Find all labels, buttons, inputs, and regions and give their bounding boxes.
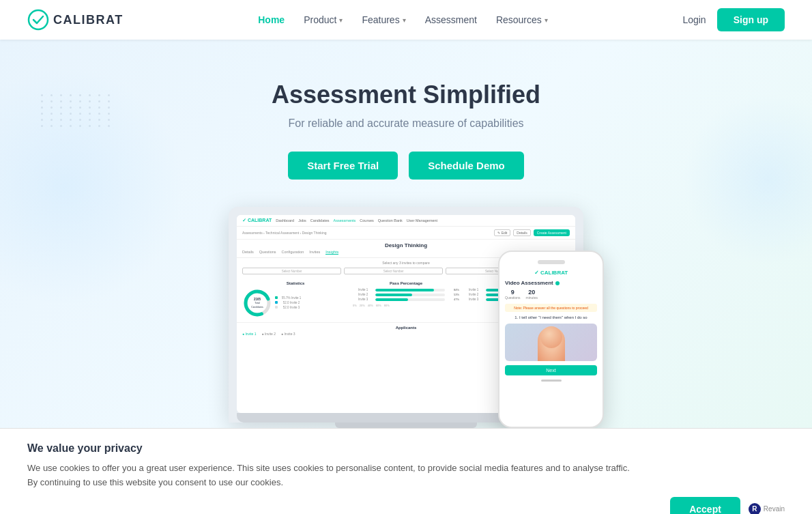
pass-percentage-section: Pass Percentage Invite 1 84% Invite 2 53…: [353, 281, 459, 318]
start-free-trial-button[interactable]: Start Free Trial: [288, 152, 398, 180]
brand-name: CALIBRAT: [53, 13, 124, 27]
phone-video-placeholder: [505, 324, 597, 361]
signup-button[interactable]: Sign up: [717, 8, 785, 31]
accept-button[interactable]: Accept: [670, 497, 740, 514]
cookie-footer: Accept R Revain: [27, 497, 785, 514]
chevron-down-icon: ▾: [403, 16, 406, 24]
laptop-stand: [335, 423, 477, 428]
phone-alert: Note: Please answer all the questions to…: [505, 304, 597, 312]
cookie-title: We value your privacy: [27, 442, 785, 455]
phone-stats: 9 Questions 20 minutes: [505, 289, 597, 300]
dash-page-title: Design Thinking: [237, 240, 575, 250]
nav-assessment[interactable]: Assessment: [425, 14, 477, 25]
login-button[interactable]: Login: [682, 14, 706, 25]
cookie-banner: We value your privacy We use cookies to …: [0, 428, 812, 514]
chevron-down-icon: ▾: [545, 16, 548, 24]
chevron-down-icon: ▾: [339, 16, 343, 24]
dashboard-breadcrumb: Assessments › Technical Assessment › Des…: [237, 227, 575, 240]
hero-section: Assessment Simplified For reliable and a…: [0, 40, 812, 428]
dash-logo: ✓ CALIBRAT: [242, 218, 272, 223]
hero-buttons: Start Free Trial Schedule Demo: [14, 152, 798, 180]
nav-product[interactable]: Product ▾: [304, 14, 343, 25]
phone-status-badge: [555, 281, 560, 285]
navbar: CALIBRAT Home Product ▾ Features ▾ Asses…: [0, 0, 812, 40]
statistics-section: Statistics 2165Total Candidates: [242, 281, 349, 318]
revain-badge: R Revain: [749, 503, 785, 514]
hero-subtitle: For reliable and accurate measure of cap…: [14, 117, 798, 130]
hero-title: Assessment Simplified: [14, 81, 798, 109]
revain-icon: R: [749, 503, 761, 514]
svg-point-0: [29, 10, 48, 29]
dashboard-nav: ✓ CALIBRAT Dashboard Jobs Candidates Ass…: [237, 215, 575, 227]
mockup-area: ✓ CALIBRAT Dashboard Jobs Candidates Ass…: [14, 207, 798, 428]
nav-actions: Login Sign up: [682, 8, 785, 31]
stat-donut: 2165Total Candidates: [242, 288, 272, 318]
phone-logo: ✓ CALIBRAT: [505, 270, 597, 276]
phone-next-button[interactable]: Next: [505, 365, 597, 375]
phone-question: 1. I tell other "I need them" when I do …: [505, 315, 597, 319]
nav-home[interactable]: Home: [258, 14, 285, 25]
logo-icon: [27, 9, 49, 31]
phone-notch: [538, 260, 565, 264]
phone-body: ✓ CALIBRAT Video Assessment 9 Questions: [498, 251, 604, 428]
nav-links: Home Product ▾ Features ▾ Assessment Res…: [258, 14, 548, 25]
logo[interactable]: CALIBRAT: [27, 9, 124, 31]
phone-assessment-title: Video Assessment: [505, 280, 597, 286]
cookie-text: We use cookies to offer you a great user…: [27, 461, 641, 490]
phone-mockup: ✓ CALIBRAT Video Assessment 9 Questions: [498, 251, 604, 428]
laptop-mockup: ✓ CALIBRAT Dashboard Jobs Candidates Ass…: [229, 207, 583, 428]
phone-home-indicator: [541, 380, 562, 382]
nav-features[interactable]: Features ▾: [362, 14, 405, 25]
phone-content: ✓ CALIBRAT Video Assessment 9 Questions: [505, 270, 597, 375]
schedule-demo-button[interactable]: Schedule Demo: [409, 152, 524, 180]
nav-resources[interactable]: Resources ▾: [496, 14, 548, 25]
